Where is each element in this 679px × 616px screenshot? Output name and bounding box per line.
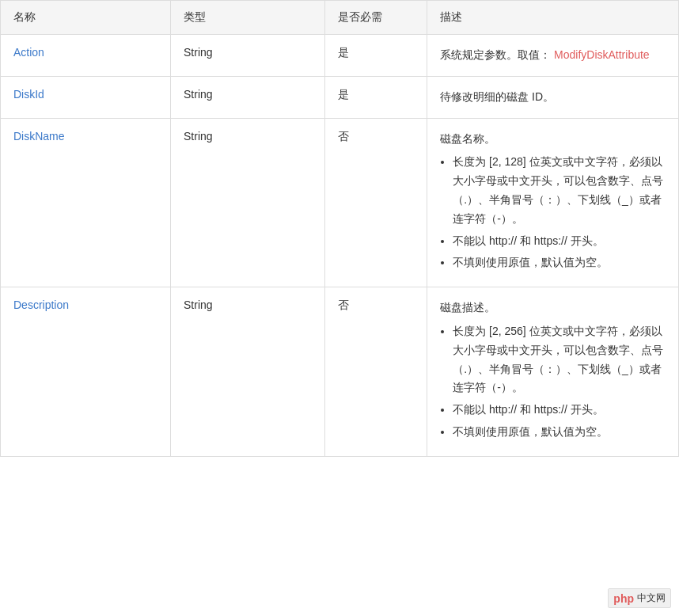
param-type: String — [171, 76, 324, 118]
desc-intro: 磁盘描述。 — [440, 301, 495, 314]
param-name-link[interactable]: Description — [13, 298, 69, 311]
desc-bullet: 不填则使用原值，默认值为空。 — [453, 253, 666, 272]
header-required: 是否必需 — [324, 1, 427, 35]
param-type: String — [171, 287, 324, 456]
param-type: String — [171, 118, 324, 287]
desc-bullet: 不填则使用原值，默认值为空。 — [453, 423, 666, 442]
param-type: String — [171, 35, 324, 77]
header-type: 类型 — [171, 1, 324, 35]
desc-link[interactable]: ModifyDiskAttribute — [554, 48, 650, 61]
desc-bullet: 不能以 http:// 和 https:// 开头。 — [453, 401, 666, 420]
param-name: DiskName — [1, 118, 171, 287]
param-name-link[interactable]: DiskName — [13, 130, 65, 143]
desc-bullets-list: 长度为 [2, 128] 位英文或中文字符，必须以大小字母或中文开头，可以包含数… — [453, 153, 666, 272]
param-name-link[interactable]: Action — [13, 46, 44, 59]
table-row: Description String 否 磁盘描述。 长度为 [2, 256] … — [1, 287, 678, 456]
desc-intro: 待修改明细的磁盘 ID。 — [440, 90, 554, 103]
param-name: Description — [1, 287, 171, 456]
header-name: 名称 — [1, 1, 171, 35]
header-desc: 描述 — [427, 1, 678, 35]
desc-intro: 磁盘名称。 — [440, 132, 495, 145]
param-required: 否 — [324, 118, 427, 287]
desc-intro: 系统规定参数。取值： — [440, 48, 551, 61]
api-params-table: 名称 类型 是否必需 描述 Action String 是 系统规定参数。取值：… — [0, 0, 679, 457]
param-required: 是 — [324, 35, 427, 77]
param-desc: 待修改明细的磁盘 ID。 — [427, 76, 678, 118]
desc-bullet: 长度为 [2, 256] 位英文或中文字符，必须以大小字母或中文开头，可以包含数… — [453, 322, 666, 397]
param-name-link[interactable]: DiskId — [13, 88, 44, 101]
desc-bullet: 不能以 http:// 和 https:// 开头。 — [453, 232, 666, 251]
desc-bullet: 长度为 [2, 128] 位英文或中文字符，必须以大小字母或中文开头，可以包含数… — [453, 153, 666, 228]
table-row: DiskName String 否 磁盘名称。 长度为 [2, 128] 位英文… — [1, 118, 678, 287]
param-desc: 系统规定参数。取值： ModifyDiskAttribute — [427, 35, 678, 77]
param-name: DiskId — [1, 76, 171, 118]
param-desc: 磁盘名称。 长度为 [2, 128] 位英文或中文字符，必须以大小字母或中文开头… — [427, 118, 678, 287]
param-name: Action — [1, 35, 171, 77]
table-row: Action String 是 系统规定参数。取值： ModifyDiskAtt… — [1, 35, 678, 77]
param-desc: 磁盘描述。 长度为 [2, 256] 位英文或中文字符，必须以大小字母或中文开头… — [427, 287, 678, 456]
param-required: 否 — [324, 287, 427, 456]
param-required: 是 — [324, 76, 427, 118]
table-row: DiskId String 是 待修改明细的磁盘 ID。 — [1, 76, 678, 118]
desc-bullets-list: 长度为 [2, 256] 位英文或中文字符，必须以大小字母或中文开头，可以包含数… — [453, 322, 666, 442]
